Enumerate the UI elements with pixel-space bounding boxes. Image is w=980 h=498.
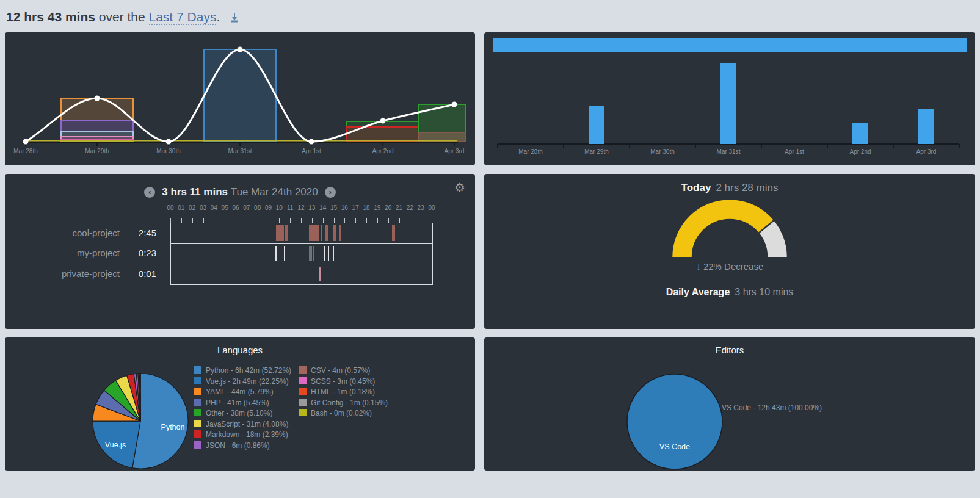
legend-text: Markdown - 18m (2.39%) bbox=[206, 430, 288, 439]
project-name: private-project bbox=[5, 264, 120, 284]
legend-text: CSV - 4m (0.57%) bbox=[311, 366, 370, 375]
x-axis-label: Mar 29th bbox=[584, 148, 608, 155]
timeline-hour-label: 17 bbox=[352, 204, 359, 211]
timeline-hour-tick bbox=[181, 218, 182, 223]
legend-text: JSON - 6m (0.86%) bbox=[206, 441, 270, 450]
x-axis-label: Mar 30th bbox=[650, 148, 674, 155]
activity-segment bbox=[319, 267, 321, 281]
activity-segment-faint bbox=[310, 246, 311, 261]
activity-segment-faint bbox=[313, 246, 314, 261]
daily-bar bbox=[720, 63, 736, 144]
x-axis-label: Apr 1st bbox=[785, 148, 804, 155]
legend-text: YAML - 44m (5.79%) bbox=[206, 388, 274, 396]
legend-text: Other - 38m (5.10%) bbox=[206, 409, 272, 417]
total-time: 12 hrs 43 mins bbox=[6, 10, 95, 24]
legend-swatch bbox=[194, 399, 201, 406]
timeline-hour-label: 09 bbox=[265, 204, 272, 211]
dashboard-grid: Mar 28thMar 29thMar 30thMar 31stApr 1stA… bbox=[5, 32, 975, 471]
activity-segment bbox=[321, 225, 322, 241]
timeline-hour-label: 14 bbox=[319, 204, 326, 211]
x-axis-label: Apr 1st bbox=[302, 148, 321, 154]
dashboard-page: 12 hrs 43 mins over the Last 7 Days. Mar… bbox=[0, 0, 980, 475]
timeline-row[interactable] bbox=[171, 264, 431, 284]
legend-item: Python - 6h 42m (52.72%) bbox=[194, 366, 299, 377]
daily-average-value: 3 hrs 10 mins bbox=[735, 287, 793, 297]
activity-area-svg: Mar 28thMar 29thMar 30thMar 31stApr 1stA… bbox=[5, 32, 475, 165]
legend-item: Vue.js - 2h 49m (22.25%) bbox=[194, 377, 299, 388]
data-point bbox=[95, 96, 100, 101]
legend-item: Bash - 0m (0.02%) bbox=[299, 408, 388, 419]
timeline-hour-label: 18 bbox=[363, 204, 369, 211]
language-stack-bar bbox=[204, 49, 276, 142]
legend-item: Git Config - 1m (0.15%) bbox=[299, 398, 388, 409]
timeline-hour-label: 21 bbox=[396, 204, 402, 211]
prev-day-button[interactable]: ‹ bbox=[144, 187, 155, 198]
legend-swatch bbox=[194, 388, 201, 395]
timeline-hour-tick bbox=[258, 218, 258, 223]
date-range-link[interactable]: Last 7 Days bbox=[149, 10, 217, 25]
x-axis-label: Apr 2nd bbox=[372, 148, 393, 154]
timeline-hour-tick bbox=[334, 218, 335, 223]
legend-swatch bbox=[299, 366, 307, 374]
daily-totals-bar-chart: Mar 28thMar 29thMar 30thMar 31stApr 1stA… bbox=[484, 32, 975, 165]
timeline-hour-tick bbox=[388, 218, 389, 223]
top-summary-bar bbox=[493, 38, 967, 52]
daily-average-label: Daily Average bbox=[666, 287, 730, 297]
timeline-hour-label: 13 bbox=[308, 204, 315, 211]
legend-swatch bbox=[194, 430, 201, 438]
timeline-hour-label: 23 bbox=[418, 204, 424, 211]
legend-item: VS Code - 12h 43m (100.00%) bbox=[710, 403, 815, 414]
timeline-row[interactable] bbox=[171, 223, 431, 243]
legend-item: SCSS - 3m (0.45%) bbox=[299, 377, 388, 388]
activity-segment bbox=[392, 225, 395, 241]
legend-swatch bbox=[299, 377, 307, 384]
timeline-hour-tick bbox=[290, 218, 291, 223]
project-duration: 2:45 bbox=[125, 223, 156, 243]
legend-text: SCSS - 3m (0.45%) bbox=[311, 377, 375, 386]
legend-swatch bbox=[194, 420, 201, 427]
project-duration: 0:01 bbox=[125, 264, 156, 284]
timeline-hour-label: 01 bbox=[178, 204, 184, 211]
timeline-hour-label: 03 bbox=[200, 204, 206, 211]
activity-segment bbox=[285, 225, 288, 241]
legend-item: Other - 38m (5.10%) bbox=[194, 408, 299, 419]
download-icon[interactable] bbox=[230, 13, 239, 23]
panel-languages: Languages Python - 6h 42m (52.72%)Vue.js… bbox=[5, 337, 475, 471]
legend-item: JSON - 6m (0.86%) bbox=[194, 441, 299, 452]
activity-segment bbox=[309, 225, 319, 241]
timeline-hour-tick bbox=[269, 218, 269, 223]
timeline-hour-label: 02 bbox=[189, 204, 195, 211]
panel-today-gauge: Today2 hrs 28 mins ↓ 22% Decrease Daily … bbox=[484, 174, 975, 329]
x-axis-label: Mar 31st bbox=[228, 148, 252, 154]
timeline-title: 3 hrs 11 mins Tue Mar 24th 2020 bbox=[162, 186, 318, 198]
timeline-hour-label: 05 bbox=[222, 204, 228, 211]
activity-segment bbox=[325, 225, 328, 241]
data-point bbox=[166, 139, 172, 145]
timeline-row[interactable] bbox=[171, 244, 431, 263]
timeline-hour-tick bbox=[366, 218, 367, 223]
panel-editors: Editors VS Code - 12h 43m (100.00%) VS C… bbox=[484, 337, 975, 471]
legend-column: Python - 6h 42m (52.72%)Vue.js - 2h 49m … bbox=[194, 366, 299, 451]
settings-gear-icon[interactable]: ⚙ bbox=[454, 180, 465, 195]
timeline-hour-tick bbox=[279, 218, 280, 223]
legend-column: CSV - 4m (0.57%)SCSS - 3m (0.45%)HTML - … bbox=[299, 366, 388, 451]
next-day-button[interactable]: › bbox=[325, 187, 336, 198]
editors-legend: VS Code - 12h 43m (100.00%) bbox=[710, 403, 815, 414]
legend-item: Markdown - 18m (2.39%) bbox=[194, 430, 299, 441]
languages-pie-svg bbox=[82, 363, 198, 471]
project-timeline: 0001020304050607080910111213141516171819… bbox=[5, 198, 475, 329]
panel-weekly-activity: Mar 28thMar 29thMar 30thMar 31stApr 1stA… bbox=[5, 32, 475, 165]
legend-item: PHP - 41m (5.45%) bbox=[194, 398, 299, 409]
timeline-hour-label: 00 bbox=[428, 204, 435, 211]
legend-swatch bbox=[194, 377, 201, 384]
editors-title: Editors bbox=[484, 345, 975, 355]
languages-legend: Python - 6h 42m (52.72%)Vue.js - 2h 49m … bbox=[194, 366, 388, 451]
timeline-hour-tick bbox=[312, 218, 313, 223]
editors-pie-svg bbox=[617, 364, 733, 471]
data-point bbox=[452, 102, 457, 107]
pie-slice bbox=[93, 421, 140, 468]
legend-text: Python - 6h 42m (52.72%) bbox=[206, 366, 291, 375]
x-axis-label: Mar 29th bbox=[85, 148, 109, 154]
timeline-hour-tick bbox=[399, 218, 400, 223]
legend-item: CSV - 4m (0.57%) bbox=[299, 366, 388, 377]
